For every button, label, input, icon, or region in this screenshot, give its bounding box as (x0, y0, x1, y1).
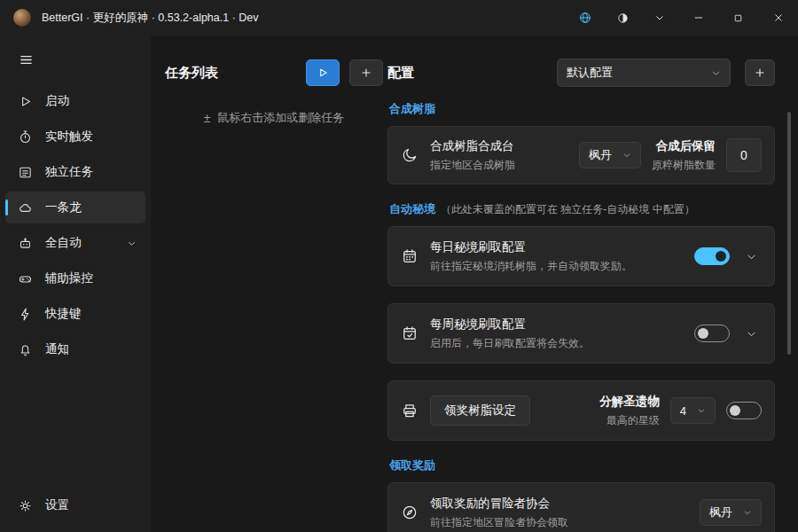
weekly-domain-expand-button[interactable] (740, 323, 762, 344)
profile-select-value: 默认配置 (567, 65, 613, 81)
reward-resin-controls: 分解圣遗物 最高的星级 4 (599, 394, 762, 428)
task-list-header: 任务列表 (165, 59, 383, 87)
resin-keep-count-input[interactable]: 0 (726, 138, 762, 172)
robot-icon (17, 235, 33, 251)
plus-minus-icon: ± (204, 111, 211, 125)
weekly-domain-title: 每周秘境刷取配置 (430, 317, 590, 332)
task-list-hint: ± 鼠标右击添加或删除任务 (165, 110, 383, 126)
reward-resin-settings-button[interactable]: 领奖树脂设定 (430, 395, 530, 426)
daily-domain-expand-button[interactable] (740, 246, 762, 267)
task-list-title: 任务列表 (165, 65, 218, 82)
daily-domain-title: 每日秘境刷取配置 (430, 239, 632, 255)
scrollbar-thumb[interactable] (787, 112, 791, 355)
run-tasks-button[interactable] (306, 59, 340, 86)
add-task-button[interactable] (349, 59, 383, 86)
task-list-actions (306, 59, 383, 86)
resin-craft-title: 合成树脂合成台 (430, 138, 515, 154)
minimize-icon (692, 12, 705, 24)
content-area: 任务列表 ± 鼠标右击添加或删除任务 (151, 35, 798, 532)
window-title: BetterGI · 更好的原神 · 0.53.2-alpha.1 · Dev (42, 11, 259, 26)
chevron-down-icon (711, 68, 721, 78)
language-button[interactable] (567, 0, 604, 35)
toggle-knob (716, 251, 726, 262)
sidebar-footer: 设置 (0, 482, 151, 532)
claim-region-value: 枫丹 (709, 505, 732, 520)
weekly-domain-toggle[interactable] (694, 325, 730, 342)
sidebar-item-assist-control[interactable]: 辅助操控 (5, 262, 145, 294)
toggle-knob (730, 405, 740, 416)
sidebar-nav: 启动 实时触发 独立任务 一条龙 (0, 78, 151, 372)
gear-icon (17, 497, 33, 513)
sidebar: 启动 实时触发 独立任务 一条龙 (0, 35, 151, 532)
sidebar-item-label: 辅助操控 (45, 270, 93, 286)
titlebar-menu-button[interactable] (641, 0, 678, 35)
chevron-down-icon (697, 406, 706, 415)
lightning-icon (17, 306, 33, 322)
sidebar-item-settings[interactable]: 设置 (5, 489, 145, 521)
sidebar-item-launch[interactable]: 启动 (5, 85, 145, 117)
resin-region-select[interactable]: 枫丹 (579, 142, 641, 168)
claim-reward-subtitle: 前往指定地区冒险者协会领取 (430, 515, 568, 530)
section-header-domain-text: 自动秘境 (389, 201, 435, 217)
add-profile-button[interactable] (745, 59, 775, 86)
compass-icon (401, 504, 419, 521)
section-header-claim-text: 领取奖励 (389, 458, 435, 473)
sidebar-item-label: 全自动 (45, 235, 82, 251)
profile-select[interactable]: 默认配置 (557, 59, 731, 87)
sidebar-item-label: 启动 (45, 93, 69, 109)
stopwatch-icon (17, 129, 33, 145)
section-header-resin: 合成树脂 (389, 101, 775, 117)
artifact-star-select[interactable]: 4 (670, 397, 716, 424)
artifact-salvage-subtitle: 最高的星级 (599, 413, 660, 428)
maximize-icon (732, 12, 744, 24)
sidebar-item-notifications[interactable]: 通知 (5, 333, 145, 365)
sidebar-item-label: 设置 (45, 497, 69, 513)
titlebar: BetterGI · 更好的原神 · 0.53.2-alpha.1 · Dev (0, 0, 798, 35)
sidebar-item-realtime-trigger[interactable]: 实时触发 (5, 121, 145, 153)
cloud-icon (17, 200, 33, 215)
hamburger-button[interactable] (9, 44, 43, 74)
resin-region-value: 枫丹 (589, 147, 612, 163)
section-header-resin-text: 合成树脂 (389, 101, 435, 117)
bell-icon (17, 341, 33, 357)
minimize-button[interactable] (678, 0, 718, 35)
section-header-domain-note: （此处未覆盖的配置可在 独立任务-自动秘境 中配置） (441, 202, 695, 217)
plus-icon (360, 66, 372, 79)
weekly-domain-controls (694, 323, 762, 344)
chevron-down-icon (746, 328, 757, 340)
config-panel: 配置 默认配置 合成树脂 (387, 35, 775, 532)
resin-craft-card: 合成树脂合成台 指定地区合成树脂 枫丹 合成后保留 原粹树脂数量 (387, 126, 775, 184)
chevron-down-icon (746, 251, 757, 262)
calendar-check-icon (401, 325, 419, 342)
sidebar-item-label: 独立任务 (45, 164, 93, 180)
sidebar-item-label: 实时触发 (45, 129, 93, 145)
theme-toggle-button[interactable] (604, 0, 641, 35)
claim-reward-controls: 枫丹 (700, 499, 762, 526)
sidebar-item-standalone-tasks[interactable]: 独立任务 (5, 156, 145, 188)
sidebar-item-hotkeys[interactable]: 快捷键 (5, 298, 145, 330)
maximize-button[interactable] (718, 0, 758, 35)
theme-contrast-icon (616, 12, 630, 25)
task-list-panel: 任务列表 ± 鼠标右击添加或删除任务 (165, 35, 383, 126)
artifact-salvage-toggle[interactable] (726, 402, 762, 419)
sidebar-item-label: 通知 (45, 341, 69, 357)
section-header-claim: 领取奖励 (389, 458, 775, 473)
chevron-down-icon (743, 508, 752, 517)
resin-craft-subtitle: 指定地区合成树脂 (430, 158, 515, 173)
artifact-salvage-title: 分解圣遗物 (599, 394, 660, 410)
chevron-down-icon (622, 151, 631, 160)
close-button[interactable] (758, 0, 798, 35)
sidebar-item-one-dragon[interactable]: 一条龙 (5, 192, 145, 223)
weekly-domain-card: 每周秘境刷取配置 启用后，每日刷取配置将会失效。 (387, 303, 775, 364)
gamepad-icon (17, 270, 33, 286)
daily-domain-toggle[interactable] (694, 247, 730, 265)
calendar-icon (401, 247, 419, 265)
play-icon (317, 66, 329, 79)
resin-keep-subtitle: 原粹树脂数量 (652, 158, 716, 173)
claim-reward-card: 领取奖励的冒险者协会 前往指定地区冒险者协会领取 枫丹 (387, 482, 775, 532)
sidebar-item-full-auto[interactable]: 全自动 (5, 227, 145, 259)
app-window: BetterGI · 更好的原神 · 0.53.2-alpha.1 · Dev (0, 0, 798, 532)
config-header: 配置 默认配置 (387, 59, 775, 87)
claim-region-select[interactable]: 枫丹 (700, 499, 762, 526)
globe-icon (578, 11, 592, 25)
